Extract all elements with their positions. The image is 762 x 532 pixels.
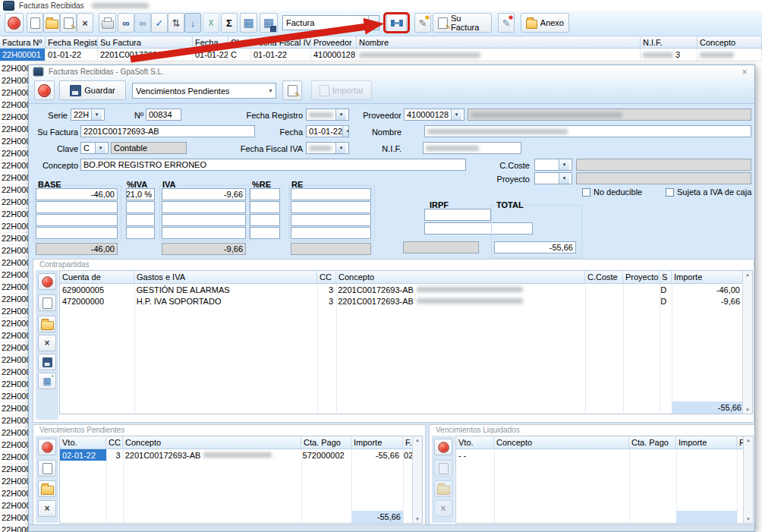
grid-button[interactable]: ▦ [240, 13, 257, 33]
open-button[interactable] [43, 13, 60, 33]
background-row[interactable]: 22H000 [0, 294, 28, 306]
background-row[interactable]: 22H000 [0, 87, 28, 99]
cp-delete-button[interactable]: × [38, 335, 56, 351]
nif-field[interactable] [423, 142, 521, 154]
background-row[interactable]: 22H000 [0, 63, 28, 75]
scroll-down-icon[interactable]: ▼ [746, 517, 751, 521]
anexo-button[interactable]: Anexo [521, 13, 569, 33]
tool-star-button[interactable]: ✎✱ [498, 13, 515, 33]
dropdown-arrow-icon[interactable]: ▾ [266, 83, 276, 98]
base-field-3[interactable] [36, 214, 118, 226]
scroll-down-icon[interactable]: ▼ [745, 408, 750, 412]
dropdown-arrow-icon[interactable]: ▾ [95, 143, 105, 153]
cell-fecha[interactable]: 01-01-22 [193, 49, 228, 61]
vp-delete-button[interactable]: × [38, 500, 56, 517]
cell-nombre[interactable] [357, 49, 641, 61]
background-row[interactable]: 22H000 [0, 476, 28, 488]
col-su-factura[interactable]: Su Factura [98, 36, 193, 48]
col-proveedor[interactable]: Proveedor [311, 36, 357, 48]
background-row[interactable]: 22H000 [0, 245, 28, 257]
cp-save-row-button[interactable] [38, 354, 56, 370]
pct-re-field-4[interactable] [250, 227, 280, 239]
checkbox-icon[interactable] [582, 188, 590, 197]
background-row[interactable]: 22H000 [0, 209, 28, 221]
check-button[interactable]: ✓ [151, 13, 168, 33]
base-field-1[interactable]: -46,00 [36, 188, 118, 200]
cp-insert-rows-button[interactable]: ▦+ [38, 373, 56, 389]
proyecto-combobox[interactable]: ▾ [534, 172, 572, 184]
sujeta-iva-caja-checkbox[interactable]: Sujeta a IVA de caja [666, 187, 751, 197]
vp-open-button[interactable] [38, 480, 56, 497]
pct-iva-field-1[interactable]: 21,0 % [126, 188, 155, 200]
venc-pendientes-scrollbar[interactable]: ▲ ▼ [412, 436, 422, 523]
nombre-field[interactable] [424, 125, 751, 137]
col-factura-no[interactable]: Factura Nº [0, 36, 46, 48]
cell-fecha-registro[interactable]: 01-01-22 [46, 49, 98, 61]
dropdown-arrow-icon[interactable]: ▾ [368, 16, 379, 30]
dropdown-arrow-icon[interactable]: ▾ [335, 109, 346, 120]
background-row[interactable]: 22H000 [0, 330, 28, 342]
vencimiento-liquidado-row[interactable]: - - [456, 449, 743, 461]
pct-re-field-3[interactable] [250, 214, 280, 226]
scroll-up-icon[interactable]: ▲ [745, 272, 750, 277]
iva-field-4[interactable] [162, 227, 246, 239]
edit-note-button[interactable]: ✎ [282, 80, 302, 100]
search-next-button[interactable]: ∞ [134, 13, 151, 33]
background-row[interactable]: 22H000 [0, 452, 28, 464]
base-field-4[interactable] [36, 227, 118, 239]
contrapartidas-scrollbar[interactable]: ▲ ▼ [742, 271, 752, 414]
cp-new-button[interactable] [38, 294, 56, 311]
pct-iva-field-4[interactable] [126, 227, 155, 239]
background-row[interactable]: 22H000 [0, 512, 28, 524]
re-field-4[interactable] [291, 227, 371, 239]
cp-open-button[interactable] [38, 316, 56, 332]
cell-fecha-fiscal-iva[interactable]: 01-01-22 [251, 49, 311, 61]
background-row[interactable]: 22H000 [0, 172, 28, 184]
clave-combobox[interactable]: C▾ [80, 142, 109, 154]
numero-field[interactable]: 00834 [146, 109, 181, 121]
background-row[interactable]: 22H000 [0, 124, 28, 136]
col-nombre[interactable]: Nombre [357, 36, 641, 48]
col-concepto[interactable]: Concepto [697, 36, 762, 48]
background-row[interactable]: 22H000 [0, 354, 28, 367]
re-field-3[interactable] [291, 214, 371, 226]
re-field-1[interactable] [291, 188, 371, 200]
iva-field-1[interactable]: -9,66 [162, 188, 246, 200]
background-row[interactable]: 22H000 [0, 148, 28, 160]
no-deducible-checkbox[interactable]: No deducible [582, 187, 642, 197]
edit-button[interactable]: ✎ [60, 13, 77, 33]
guardar-button[interactable]: Guardar [59, 80, 126, 100]
scroll-up-icon[interactable]: ▲ [746, 438, 751, 442]
pct-re-field-2[interactable] [250, 201, 280, 213]
cell-factura-no[interactable]: 22H00001 [0, 49, 46, 61]
contrapartida-row[interactable]: 629000005 GESTIÓN DE ALARMAS 3 2201C0017… [60, 284, 742, 295]
serie-combobox[interactable]: 22H▾ [71, 109, 105, 121]
background-row[interactable]: 22H000 [0, 500, 28, 512]
download-button[interactable]: ↓ [184, 13, 201, 33]
search-button[interactable]: ∞ [118, 13, 134, 33]
background-row[interactable]: 22H000 [0, 391, 28, 403]
vp-new-button[interactable] [38, 460, 56, 477]
concepto-field[interactable]: BO.POR REGISTRO ERRONEO [80, 159, 466, 171]
pct-re-field-1[interactable] [250, 188, 280, 200]
print-button[interactable] [99, 13, 116, 33]
search-field-combobox[interactable]: Factura ▾ [282, 15, 379, 30]
background-row[interactable]: 22H000 [0, 464, 28, 476]
background-row[interactable]: 22H000 [0, 282, 28, 294]
background-row[interactable]: 22H000 [0, 257, 28, 269]
ccoste-combobox[interactable]: ▾ [534, 159, 572, 171]
mode-combobox[interactable]: Vencimientos Pendientes ▾ [132, 83, 276, 99]
contrapartida-row[interactable]: 472000000 H.P. IVA SOPORTADO 3 2201C0017… [60, 295, 742, 307]
dropdown-arrow-icon[interactable]: ▾ [559, 173, 569, 184]
vencimiento-row[interactable]: 02-01-22 3 2201C00172693-AB 572000002 -5… [60, 449, 412, 461]
vp-exit-button[interactable] [38, 439, 56, 455]
proveedor-combobox[interactable]: 410000128▾ [404, 109, 464, 121]
dialog-titlebar[interactable]: Facturas Recibidas - GpaSoft S.L. × [29, 65, 754, 78]
dropdown-arrow-icon[interactable]: ▾ [335, 143, 346, 153]
cell-proveedor[interactable]: 410000128 [311, 49, 357, 61]
dropdown-arrow-icon[interactable]: ▾ [342, 126, 349, 137]
background-row[interactable]: 22H000 [0, 488, 28, 500]
scroll-down-icon[interactable]: ▼ [415, 517, 420, 521]
re-field-2[interactable] [291, 201, 371, 213]
dropdown-arrow-icon[interactable]: ▾ [91, 109, 102, 120]
